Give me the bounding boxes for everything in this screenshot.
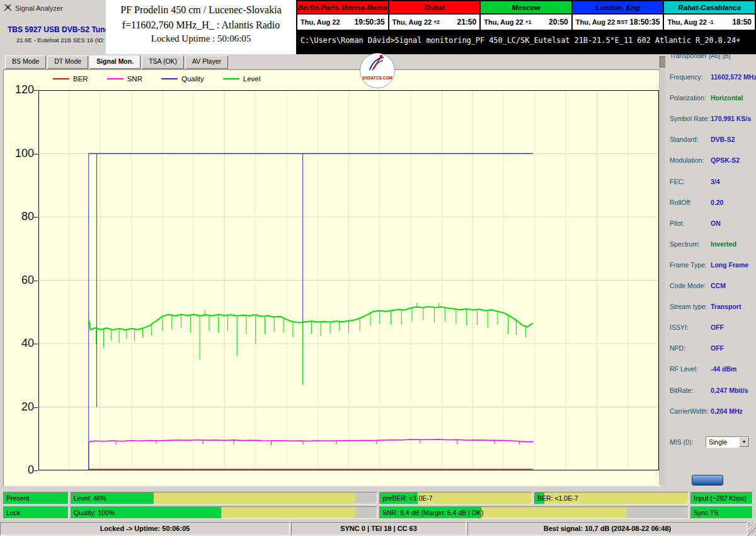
sidebar-param-label: Frequency:: [670, 73, 703, 81]
chevron-down-icon[interactable]: ▾: [739, 437, 749, 447]
status-snr: SNR: 9,4 dB (Margin: 5,4 dB | OK): [379, 506, 689, 519]
legend-label: SNR: [127, 75, 142, 83]
y-axis-label: 0: [6, 463, 34, 477]
sidebar-param-value: OFF: [711, 344, 724, 352]
sidebar-param-value: Transport: [711, 303, 741, 310]
clock-date: Thu, Aug 22: [392, 18, 432, 26]
sidebar-param-value: -44 dBm: [711, 365, 736, 373]
status-segment-gray: [626, 507, 688, 518]
sidebar-param-label: Transponder [A6] [B]: [670, 54, 731, 59]
sidebar-blue-indicator[interactable]: [692, 475, 723, 486]
sidebar-param-label: RF Level:: [670, 365, 698, 373]
resize-grip[interactable]: [748, 523, 756, 535]
legend-swatch: [53, 78, 69, 79]
legend-item-level: Level: [223, 75, 261, 83]
legend-swatch: [107, 78, 123, 79]
clock-date: Thu, Aug 22: [301, 18, 340, 26]
status-present: Present: [3, 492, 69, 504]
statusbar-locked-uptime: Locked -> Uptime: 50:06:05: [0, 522, 290, 535]
legend-label: Level: [243, 75, 261, 83]
sidebar-param-value: Horizontal: [711, 94, 743, 102]
world-clock-grid: Berlin-Paris-Vienna-RomaDubaiMoscowLondo…: [297, 1, 755, 30]
sidebar-param-label: Standard:: [670, 136, 699, 143]
sidebar-param-label: Polarization:: [670, 94, 706, 102]
tab-dt-mode[interactable]: DT Mode: [47, 55, 88, 69]
sidebar-param-value: ON: [711, 219, 721, 227]
header-dish-location: PF Prodelin 450 cm / Lucenec-Slovakia: [106, 0, 296, 16]
clock-time: 18:50: [732, 18, 752, 26]
status-segment-yellow: [481, 507, 626, 518]
clock-date: Thu, Aug 22: [484, 18, 524, 26]
status-label-input: Input (~282 Kbps): [694, 492, 747, 504]
status-ber: BER: <1.0E-7: [534, 492, 689, 504]
statusbar-sync-counters: SYNC 0 | TEI 18 | CC 63: [291, 522, 466, 535]
status-label-preber: preBER: <1.0E-7: [382, 492, 433, 504]
status-preber: preBER: <1.0E-7: [379, 492, 532, 504]
y-axis-tick: [34, 90, 38, 91]
status-segment-yellow: [418, 492, 532, 504]
legend-swatch: [161, 78, 178, 79]
header-box: PF Prodelin 450 cm / Lucenec-Slovakia f=…: [106, 0, 296, 54]
y-axis-label: 80: [6, 210, 34, 223]
status-segment-gray: [355, 492, 377, 504]
tab-av-player[interactable]: AV Player: [185, 55, 228, 69]
sidebar-row-pilot: Pilot:ON: [665, 219, 756, 228]
status-label-syncts: Sync TS: [694, 507, 719, 518]
header-locked-uptime: Locked Uptime : 50:06:05: [106, 33, 296, 44]
sidebar-param-label: RollOff:: [670, 199, 692, 206]
clock-city-header: Moscow: [480, 1, 572, 14]
sidebar-row-polarization: Polarization:Horizontal: [665, 94, 756, 103]
clock-city-header: Berlin-Paris-Vienna-Roma: [297, 1, 389, 14]
statusbar-best-signal: Best signal: 10,7 dB (2024-08-22 06:48): [467, 522, 747, 535]
sidebar-row-frequency: Frequency:11602,572 MHz: [665, 73, 756, 82]
sidebar-row-spectrum: Spectrum:Inverted: [665, 240, 756, 249]
sidebar-param-value: 170,991 KS/s: [711, 115, 751, 122]
tab-bs-mode[interactable]: BS Mode: [5, 55, 46, 69]
status-label-level: Level: 46%: [74, 492, 106, 504]
clock-date: Thu, Aug 22: [576, 18, 616, 26]
tab-tsa-ok-[interactable]: TSA (OK): [142, 55, 184, 69]
legend-item-snr: SNR: [107, 75, 142, 83]
y-axis-label: 120: [6, 83, 34, 96]
sidebar-param-label: Modulation:: [670, 156, 704, 164]
sidebar-row-frametype: Frame Type:Long Frame: [665, 261, 756, 270]
antenna-icon: [4, 3, 12, 13]
world-clock-overlay: Berlin-Paris-Vienna-RomaDubaiMoscowLondo…: [296, 0, 756, 54]
y-axis-label: 20: [6, 400, 34, 414]
sidebar-row-npd: NPD:OFF: [665, 344, 756, 353]
status-label-present: Present: [6, 492, 29, 504]
sidebar-row-carrierwidth: CarrierWidth:0,204 MHz: [665, 407, 756, 416]
legend-label: Quality: [181, 75, 204, 83]
status-segment-yellow: [221, 507, 355, 518]
status-segment-yellow: [154, 492, 355, 504]
sidebar-param-value: QPSK-S2: [711, 156, 740, 164]
y-axis-tick: [34, 407, 38, 408]
chart-plot: [38, 90, 659, 470]
tab-signal-mon-[interactable]: Signal Mon.: [89, 55, 140, 69]
tuner-name: TBS 5927 USB DVB-S2 Tuner: [8, 25, 112, 34]
clock-time-cell: Thu, Aug 2219:50:35: [297, 14, 389, 30]
y-axis-tick: [34, 470, 38, 471]
status-syncts: Sync TS: [690, 506, 753, 519]
status-label-lock: Lock: [6, 507, 20, 518]
dxsatcs-logo: DXSATCS.COM: [360, 53, 396, 90]
sidebar-param-value: Long Frame: [711, 261, 748, 269]
sidebar-param-label: ISSYI:: [670, 323, 689, 331]
mis-combobox-value: Single: [709, 438, 727, 446]
sidebar-row-streamtype: Stream type:Transport: [665, 303, 756, 312]
mis-combobox[interactable]: Single▾: [706, 436, 750, 448]
window-title: Signal Analyzer: [15, 4, 63, 12]
clock-time: 21:50: [457, 18, 476, 26]
dxsatcs-antenna-icon: [365, 54, 390, 75]
sidebar-row-modulation: Modulation:QPSK-S2: [665, 156, 756, 165]
y-axis-label: 100: [6, 147, 34, 160]
sidebar-param-label: CarrierWidth:: [670, 407, 709, 415]
dxsatcs-logo-circle: DXSATCS.COM: [360, 53, 395, 88]
chart-legend: BERSNRQualityLevel: [53, 75, 260, 83]
sidebar-param-label: FEC:: [670, 178, 685, 185]
sidebar-row-bitrate: BitRate:0,247 Mbit/s: [665, 387, 756, 395]
sidebar-param-value: 11602,572 MHz: [711, 73, 756, 81]
clock-date: Thu, Aug 22: [667, 18, 707, 26]
sidebar-row-issyi: ISSYI:OFF: [665, 323, 756, 332]
chart-scrollbar[interactable]: [659, 55, 665, 486]
